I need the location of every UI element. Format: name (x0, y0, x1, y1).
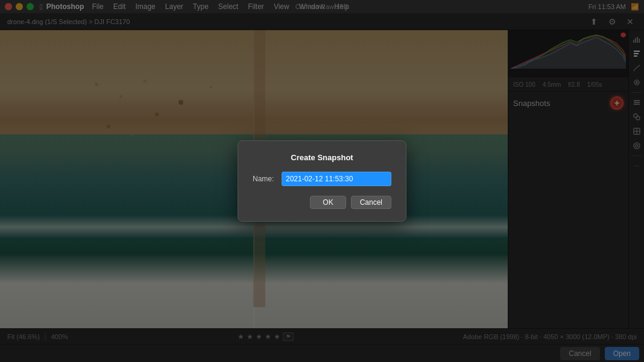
dialog-cancel-button[interactable]: Cancel (351, 196, 391, 209)
dialog-overlay: Create Snapshot Name: OK Cancel (0, 0, 644, 362)
create-snapshot-dialog: Create Snapshot Name: OK Cancel (238, 140, 406, 222)
dialog-ok-button[interactable]: OK (310, 196, 346, 209)
dialog-buttons: OK Cancel (253, 196, 391, 209)
dialog-title: Create Snapshot (253, 153, 391, 162)
snapshot-name-input[interactable] (282, 172, 391, 186)
dialog-name-label: Name: (253, 175, 277, 183)
dialog-name-row: Name: (253, 172, 391, 186)
